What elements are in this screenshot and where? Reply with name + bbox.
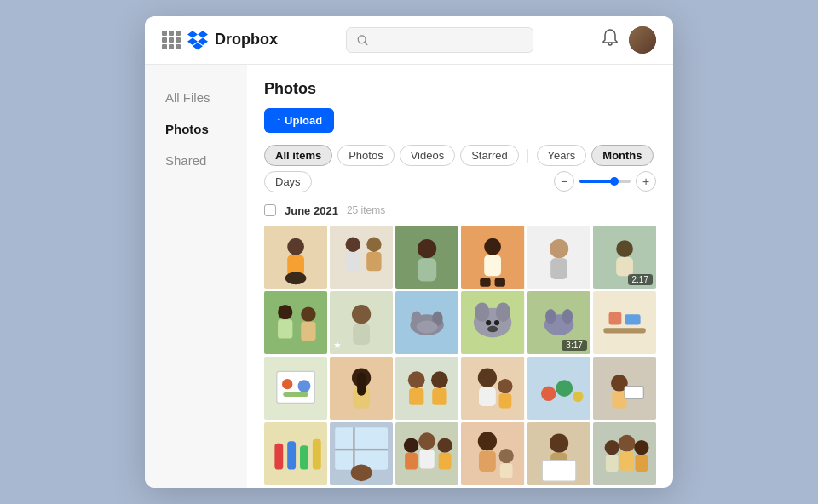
svg-point-75	[573, 392, 583, 402]
svg-rect-66	[433, 388, 447, 405]
view-years[interactable]: Years	[537, 145, 587, 166]
svg-point-93	[419, 433, 436, 450]
svg-rect-61	[357, 373, 366, 396]
svg-line-1	[365, 42, 367, 44]
search-icon	[357, 34, 368, 46]
photo-cell[interactable]	[527, 226, 590, 289]
filter-bar: All items Photos Videos Starred | Years …	[264, 145, 656, 192]
svg-point-89	[351, 465, 372, 482]
photo-cell[interactable]	[395, 422, 458, 485]
svg-rect-51	[608, 312, 621, 325]
video-badge: 2:17	[628, 274, 653, 285]
svg-rect-83	[300, 445, 308, 469]
filter-starred[interactable]: Starred	[460, 145, 519, 166]
zoom-in-button[interactable]: +	[636, 171, 656, 192]
sidebar-item-photos[interactable]: Photos	[145, 113, 247, 145]
svg-rect-21	[550, 258, 567, 279]
svg-rect-27	[278, 319, 292, 338]
svg-rect-71	[499, 393, 512, 408]
photo-cell[interactable]	[264, 226, 327, 289]
svg-rect-108	[606, 455, 619, 472]
svg-rect-79	[625, 387, 643, 399]
svg-point-40	[475, 302, 490, 321]
photo-cell[interactable]	[395, 291, 458, 354]
photo-cell[interactable]	[461, 291, 524, 354]
svg-rect-94	[420, 450, 435, 468]
zoom-track[interactable]	[579, 180, 631, 183]
photo-cell[interactable]	[395, 357, 458, 420]
photo-cell[interactable]	[593, 291, 656, 354]
svg-point-95	[438, 438, 452, 453]
svg-point-7	[346, 237, 360, 251]
avatar-image	[629, 26, 656, 54]
svg-rect-32	[353, 324, 370, 345]
star-icon: ★	[333, 340, 342, 351]
body: All Files Photos Shared Photos ↑ Upload …	[145, 65, 673, 489]
zoom-out-button[interactable]: −	[554, 171, 574, 192]
photo-cell[interactable]	[330, 422, 393, 485]
filter-allitems[interactable]: All items	[264, 145, 332, 166]
svg-rect-84	[313, 439, 321, 470]
photo-cell[interactable]	[264, 357, 327, 420]
photo-cell[interactable]	[395, 226, 458, 289]
svg-rect-92	[405, 453, 418, 470]
section-label: June 2021	[285, 204, 338, 217]
svg-rect-29	[301, 322, 315, 341]
svg-point-107	[604, 440, 619, 455]
photo-cell[interactable]	[264, 291, 327, 354]
photo-cell[interactable]	[461, 226, 524, 289]
photo-cell[interactable]: 3:17	[527, 291, 590, 354]
photo-cell[interactable]	[527, 422, 590, 485]
photo-cell[interactable]	[593, 422, 656, 485]
svg-point-15	[485, 238, 502, 255]
photo-cell[interactable]	[330, 226, 393, 289]
svg-rect-25	[264, 291, 327, 354]
photo-cell[interactable]: ★	[330, 291, 393, 354]
svg-point-20	[550, 239, 568, 258]
video-badge: 3:17	[562, 340, 586, 351]
notifications-icon[interactable]	[602, 28, 619, 51]
avatar[interactable]	[629, 26, 656, 54]
view-days[interactable]: Days	[264, 171, 312, 192]
svg-rect-101	[500, 463, 513, 478]
svg-point-3	[287, 238, 304, 255]
sidebar-item-allfiles[interactable]: All Files	[145, 82, 247, 113]
section-count: 25 items	[347, 204, 385, 216]
svg-rect-6	[330, 226, 393, 289]
photo-cell[interactable]	[330, 357, 393, 420]
svg-rect-112	[635, 455, 648, 472]
zoom-fill	[579, 180, 614, 183]
filter-videos[interactable]: Videos	[400, 145, 456, 166]
svg-rect-62	[395, 357, 458, 420]
search-bar[interactable]	[346, 27, 533, 53]
filter-photos[interactable]: Photos	[337, 145, 394, 166]
photo-cell[interactable]	[593, 357, 656, 420]
zoom-controls: − +	[554, 171, 656, 192]
titlebar: Dropbox	[145, 16, 673, 65]
photo-cell[interactable]	[264, 422, 327, 485]
svg-point-68	[478, 369, 497, 387]
photo-cell[interactable]	[527, 357, 590, 420]
upload-button[interactable]: ↑ Upload	[264, 108, 334, 133]
svg-point-43	[494, 320, 499, 325]
svg-point-74	[556, 380, 573, 397]
svg-point-56	[298, 380, 311, 392]
sidebar-item-shared[interactable]: Shared	[145, 145, 247, 176]
svg-point-23	[616, 240, 633, 257]
view-months[interactable]: Months	[591, 145, 653, 166]
photo-cell[interactable]	[461, 357, 524, 420]
svg-rect-81	[274, 444, 283, 470]
toolbar: ↑ Upload	[264, 108, 656, 133]
search-input[interactable]	[375, 33, 522, 47]
grid-menu-icon[interactable]	[162, 31, 181, 49]
filter-separator: |	[526, 146, 530, 164]
svg-rect-57	[283, 392, 308, 397]
section-checkbox[interactable]	[264, 204, 276, 216]
photo-cell[interactable]	[461, 422, 524, 485]
svg-point-98	[478, 432, 497, 450]
svg-rect-16	[485, 255, 502, 276]
svg-point-91	[404, 438, 418, 453]
svg-point-65	[431, 371, 448, 388]
svg-rect-13	[418, 258, 436, 281]
photo-cell[interactable]: 2:17	[593, 226, 656, 289]
